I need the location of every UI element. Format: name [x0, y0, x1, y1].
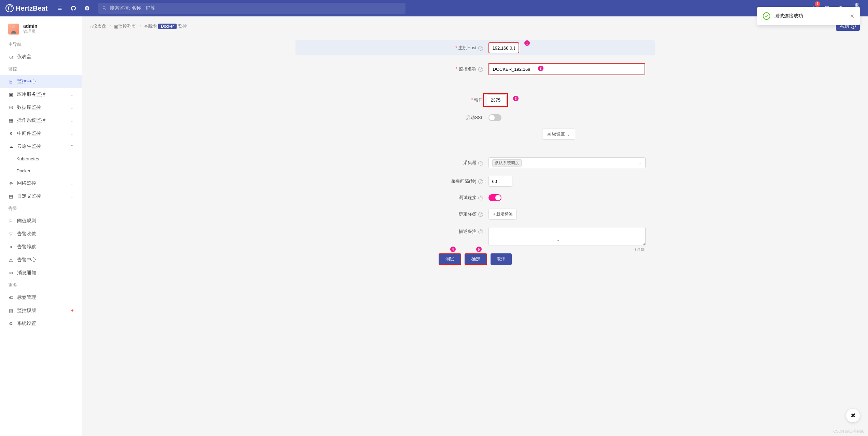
- form-row-host: 主机Host ? : 1: [295, 40, 655, 55]
- middleware-icon: ⚱: [8, 131, 14, 136]
- test-button[interactable]: 4 测试: [439, 253, 461, 265]
- port-input[interactable]: [487, 94, 507, 105]
- host-label: 主机Host ? :: [295, 45, 488, 51]
- gitee-icon[interactable]: [82, 3, 93, 14]
- form-row-name: 监控名称 ? : 2: [295, 63, 655, 75]
- tools-float-button[interactable]: ✖: [846, 409, 860, 422]
- annotation-badge-3: 3: [513, 96, 519, 101]
- name-input[interactable]: [534, 64, 645, 75]
- chevron-down-icon: ⌄: [70, 131, 73, 136]
- threshold-icon: ⚐: [8, 219, 14, 224]
- collector-value: 默认系统调度: [492, 159, 522, 167]
- annotation-badge-1: 1: [524, 40, 530, 46]
- sidebar-item-app-service[interactable]: ▣应用服务监控⌄: [0, 88, 82, 101]
- sidebar-item-alert-silence[interactable]: ✦告警静默: [0, 240, 82, 253]
- sidebar-item-system[interactable]: ⚙系统设置: [0, 317, 82, 330]
- cloud-icon: ☁: [8, 144, 14, 149]
- tag-icon: 🏷: [8, 295, 14, 300]
- bind-tag-label: 绑定标签 ? :: [295, 211, 488, 217]
- svg-point-0: [85, 6, 89, 11]
- custom-icon: ▤: [8, 194, 14, 199]
- port-label: 端口 :: [295, 97, 488, 103]
- advanced-settings-button[interactable]: 高级设置 ⌄: [542, 129, 575, 140]
- sidebar-item-network[interactable]: ⊕网络监控⌄: [0, 177, 82, 190]
- menu-collapse-icon[interactable]: [54, 3, 65, 14]
- sidebar-item-alert-center[interactable]: ⚠告警中心: [0, 253, 82, 266]
- sidebar-item-monitor-center[interactable]: ⌸监控中心: [0, 75, 82, 88]
- add-tag-button[interactable]: ＋ 新增标签: [488, 209, 516, 220]
- sidebar-item-middleware[interactable]: ⚱中间件监控⌄: [0, 127, 82, 140]
- sidebar-item-message[interactable]: ✉消息通知: [0, 266, 82, 279]
- form-actions: 4 测试 5 确定 取消: [295, 253, 655, 265]
- host-input[interactable]: [488, 42, 519, 53]
- ssl-switch[interactable]: [488, 114, 501, 121]
- question-icon: ?: [478, 161, 483, 166]
- annotation-badge-2: 2: [538, 66, 543, 71]
- avatar: [8, 24, 19, 35]
- name-input-hl[interactable]: [489, 64, 534, 75]
- chevron-down-icon: ⌄: [70, 118, 73, 123]
- sidebar-item-cloud-native[interactable]: ☁云原生监控⌃: [0, 140, 82, 153]
- sidebar-item-os[interactable]: ▦操作系统监控⌄: [0, 114, 82, 127]
- form-row-test-connection: 测试连接 ? :: [295, 194, 655, 201]
- question-icon: ?: [478, 212, 483, 217]
- test-connection-switch[interactable]: [488, 194, 501, 201]
- form-row-interval: 采集间隔(秒) ? :: [295, 176, 655, 187]
- os-icon: ▦: [8, 118, 14, 123]
- collector-select[interactable]: 默认系统调度 ⌄: [488, 157, 646, 168]
- toast-message: 测试连接成功: [774, 13, 803, 19]
- question-icon: ?: [478, 229, 483, 234]
- sidebar-item-tags[interactable]: 🏷标签管理: [0, 291, 82, 304]
- sidebar-item-database[interactable]: ⛁数据库监控⌄: [0, 101, 82, 114]
- caret-icon: ⌄: [557, 238, 560, 242]
- alert-icon: ⚠: [8, 257, 14, 263]
- sidebar-item-custom[interactable]: ▤自定义监控⌄: [0, 190, 82, 203]
- sidebar-item-threshold[interactable]: ⚐阈值规则: [0, 214, 82, 227]
- sidebar-group-more: 更多: [0, 279, 82, 291]
- sidebar-group-alert: 告警: [0, 203, 82, 214]
- search-placeholder: 搜索监控: 名称、IP等: [110, 5, 155, 11]
- user-name: admin: [23, 23, 37, 29]
- toast-notification: 测试连接成功 ✕: [757, 7, 860, 25]
- sidebar-group-main: 主导航: [0, 39, 82, 50]
- question-icon: ?: [478, 196, 483, 200]
- logo-icon: [5, 4, 14, 12]
- logo[interactable]: HertzBeat: [5, 4, 47, 12]
- dot-indicator: [71, 309, 73, 312]
- database-icon: ⛁: [8, 105, 14, 110]
- message-icon: ✉: [8, 270, 14, 276]
- network-icon: ⊕: [8, 181, 14, 186]
- question-icon: ?: [478, 179, 483, 184]
- sidebar-item-alert-converge[interactable]: ▽告警收敛: [0, 227, 82, 240]
- monitor-icon: ⌸: [8, 79, 14, 84]
- app-header: HertzBeat 搜索监控: 名称、IP等 1 退出: [0, 0, 868, 16]
- form-row-bind-tags: 绑定标签 ? : ＋ 新增标签: [295, 209, 655, 220]
- sidebar-item-kubernetes[interactable]: Kubernetes: [0, 153, 82, 165]
- ssl-label: 启动SSL :: [295, 115, 488, 121]
- form-row-collector: 采集器 ? : 默认系统调度 ⌄: [295, 157, 655, 168]
- gear-icon: ⚙: [8, 321, 14, 326]
- app-icon: ▣: [8, 92, 14, 97]
- chevron-down-icon: ⌄: [70, 105, 73, 110]
- confirm-button[interactable]: 5 确定: [465, 253, 487, 265]
- silence-icon: ✦: [8, 245, 14, 250]
- close-icon[interactable]: ✕: [850, 13, 854, 19]
- chevron-down-icon: ⌄: [566, 132, 570, 137]
- description-textarea[interactable]: [488, 227, 646, 246]
- collector-label: 采集器 ? :: [295, 160, 488, 166]
- github-icon[interactable]: [68, 3, 79, 14]
- cancel-button[interactable]: 取消: [491, 253, 512, 265]
- sidebar-item-dashboard[interactable]: ◷仪表盘: [0, 50, 82, 63]
- sidebar-item-templates[interactable]: ▧监控模版: [0, 304, 82, 317]
- search-input[interactable]: 搜索监控: 名称、IP等: [98, 3, 405, 14]
- breadcrumb-monitor-list[interactable]: ▣ 监控列表: [114, 23, 136, 29]
- chevron-down-icon: ⌄: [70, 181, 73, 186]
- sidebar-item-docker[interactable]: Docker: [0, 165, 82, 177]
- question-icon: ?: [478, 67, 483, 72]
- interval-label: 采集间隔(秒) ? :: [295, 178, 488, 184]
- breadcrumb-dashboard[interactable]: ⌂ 仪表盘: [90, 23, 106, 29]
- form-row-description: 描述备注 ? : ⌄ 0/100: [295, 227, 655, 246]
- annotation-badge-4: 4: [450, 247, 456, 252]
- breadcrumb-docker-tag: Docker: [158, 24, 177, 29]
- interval-input[interactable]: [488, 176, 512, 187]
